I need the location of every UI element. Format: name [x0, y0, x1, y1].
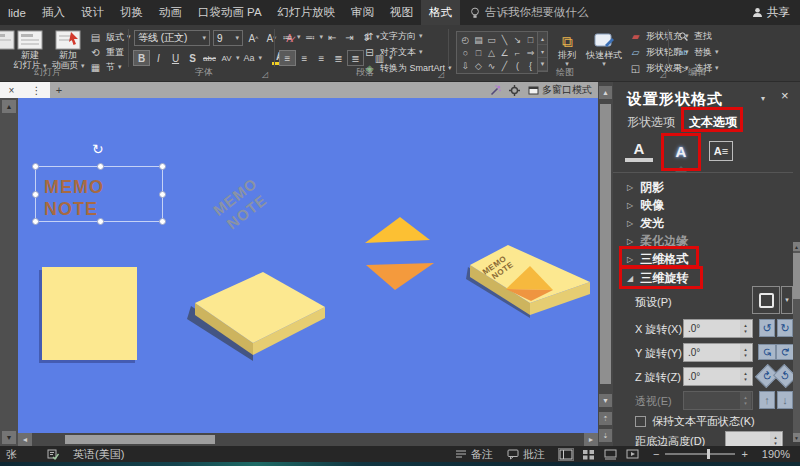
shape-icon[interactable]: ⇩ — [459, 59, 472, 72]
layout-button[interactable]: ▤版式▾ — [88, 30, 131, 44]
drawing-dialog-launcher[interactable]: ◿ — [660, 70, 666, 79]
tab-view[interactable]: 视图 — [382, 0, 421, 25]
gallery-more-icon[interactable]: ▼ — [538, 58, 547, 71]
vertical-scroll-thumb[interactable] — [600, 104, 611, 384]
magic-wand-icon[interactable] — [490, 85, 501, 96]
shape-icon[interactable]: △ — [485, 46, 498, 59]
x-rotation-input[interactable]: .0° ▴▾ — [683, 319, 753, 338]
pane-scroll-thumb[interactable] — [793, 253, 800, 299]
vertical-scrollbar[interactable]: ▲ ▼ ⇡ ⇣ — [598, 82, 613, 446]
gallery-scrollbar[interactable]: ▴▾▼ — [537, 31, 548, 72]
left-scrollbar[interactable]: ▲ ▼ — [0, 98, 18, 446]
align-right-button[interactable]: ≡ — [314, 51, 329, 65]
keep-text-flat-checkbox[interactable] — [635, 416, 646, 427]
tab-insert[interactable]: 插入 — [34, 0, 73, 25]
section-shadow[interactable]: ▷阴影 — [627, 179, 664, 196]
keep-text-flat-row[interactable]: 保持文本平面状态(K) — [635, 414, 755, 429]
zoom-slider-thumb[interactable] — [707, 449, 710, 459]
section-3d-format[interactable]: ▷三维格式 — [627, 251, 688, 268]
shape-icon[interactable]: ↘ — [511, 33, 524, 46]
gallery-up-icon[interactable]: ▴ — [538, 32, 547, 45]
tab-animations[interactable]: 动画 — [151, 0, 190, 25]
distance-input[interactable]: ▴▾ — [725, 431, 783, 446]
tab-shape-options[interactable]: 形状选项 — [627, 114, 675, 131]
distance-stepper[interactable]: ▴▾ — [770, 432, 781, 446]
slideshow-view-button[interactable] — [626, 449, 639, 460]
triangle-down-shape[interactable] — [366, 263, 434, 290]
scroll-right-icon[interactable]: ► — [584, 433, 598, 446]
selection-handle-s[interactable] — [97, 218, 104, 225]
scroll-left-icon[interactable]: ◄ — [18, 433, 32, 446]
character-spacing-button[interactable]: AV — [219, 51, 234, 65]
reading-view-button[interactable] — [604, 449, 617, 460]
z-rotation-stepper[interactable]: ▴▾ — [740, 368, 751, 385]
paragraph-dialog-launcher[interactable]: ◿ — [438, 70, 444, 79]
document-tab[interactable]: × ⋮ — [0, 82, 50, 98]
shape-icon[interactable]: { — [524, 59, 537, 72]
shape-icon[interactable]: ⌐ — [511, 46, 524, 59]
share-button[interactable]: 共享 — [742, 0, 800, 25]
increase-indent-button[interactable]: ⇥ — [342, 30, 357, 44]
comments-button[interactable]: 批注 — [507, 447, 545, 462]
font-size-combo[interactable]: 9▾ — [213, 30, 243, 46]
tab-islide[interactable]: lide — [0, 0, 34, 25]
shadow-button[interactable]: S — [185, 51, 200, 65]
close-icon[interactable]: × — [9, 85, 15, 96]
text-direction-button[interactable]: ⇵文字方向▾ — [362, 29, 452, 43]
next-slide-button[interactable]: ⇣ — [599, 429, 612, 442]
section-button[interactable]: ▦节▾ — [88, 60, 131, 74]
x-rotate-right-button[interactable]: ↻ — [777, 319, 793, 337]
quick-styles-button[interactable]: 快速样式▾ — [584, 28, 624, 72]
section-reflection[interactable]: ▷映像 — [627, 197, 664, 214]
align-left-button[interactable]: ≡ — [280, 51, 295, 65]
shape-icon[interactable]: ╲ — [498, 33, 511, 46]
italic-button[interactable]: I — [151, 51, 166, 65]
square-note-shape[interactable] — [42, 267, 137, 360]
selection-handle-w[interactable] — [32, 191, 39, 198]
strikethrough-button[interactable]: abc — [202, 51, 217, 65]
pane-scroll-up-icon[interactable]: ▲ — [793, 242, 800, 251]
selection-handle-nw[interactable] — [32, 163, 39, 170]
tellme-search[interactable]: 告诉我你想要做什么 — [470, 0, 589, 25]
align-text-button[interactable]: ⊟对齐文本▾ — [362, 45, 452, 59]
font-dialog-launcher[interactable]: ◿ — [262, 70, 268, 79]
distribute-button[interactable]: ≣ — [348, 51, 363, 65]
tab-format[interactable]: 格式 — [421, 0, 460, 25]
close-pane-icon[interactable]: × — [781, 88, 789, 103]
triangle-up-shape[interactable] — [365, 217, 430, 243]
chevron-down-icon[interactable]: ▾ — [761, 94, 765, 103]
scroll-up-icon[interactable]: ▲ — [2, 100, 16, 113]
shrink-font-button[interactable]: A˅ — [264, 31, 279, 45]
shape-icon[interactable]: ╱ — [498, 59, 511, 72]
z-rotation-input[interactable]: .0° ▴▾ — [683, 367, 753, 386]
spellcheck-button[interactable] — [47, 449, 59, 460]
bold-button[interactable]: B — [134, 51, 149, 65]
section-glow[interactable]: ▷发光 — [627, 215, 664, 232]
horizontal-scrollbar[interactable]: ◄ ► — [18, 433, 598, 446]
change-case-button[interactable]: Aa — [242, 51, 257, 65]
selection-handle-n[interactable] — [97, 163, 104, 170]
perspective-up-button[interactable]: ↑ — [759, 391, 775, 409]
numbering-button[interactable]: ≕ — [303, 30, 318, 44]
rotate-handle[interactable]: ↻ — [92, 142, 104, 156]
tab-transitions[interactable]: 切换 — [112, 0, 151, 25]
decrease-indent-button[interactable]: ⇤ — [325, 30, 340, 44]
shape-icon[interactable]: □ — [524, 33, 537, 46]
shape-icon[interactable]: ◴ — [459, 33, 472, 46]
textbox-icon[interactable]: A≡ — [709, 141, 733, 161]
shape-gallery[interactable]: ◴▤▭╲↘□ ○□△∠⌐⇒ ⇩◇∿╱({ — [456, 31, 538, 74]
scroll-down-icon[interactable]: ▼ — [2, 431, 16, 444]
grow-font-button[interactable]: A˄ — [246, 31, 261, 45]
zoom-in-icon[interactable]: + — [741, 448, 747, 460]
gear-icon[interactable] — [509, 85, 520, 96]
perspective-down-button[interactable]: ↓ — [777, 391, 793, 409]
shape-icon[interactable]: ∿ — [485, 59, 498, 72]
selected-memo-text[interactable]: MEMO NOTE — [44, 177, 104, 220]
shape-icon[interactable]: ⇒ — [524, 46, 537, 59]
tab-review[interactable]: 审阅 — [343, 0, 382, 25]
section-soft-edges[interactable]: ▷柔化边缘 — [627, 233, 688, 250]
pane-scrollbar[interactable]: ▲ ▼ — [793, 242, 800, 442]
justify-button[interactable]: ≣ — [331, 51, 346, 65]
tab-design[interactable]: 设计 — [73, 0, 112, 25]
tab-pocket-animation[interactable]: 口袋动画 PA — [190, 0, 270, 25]
